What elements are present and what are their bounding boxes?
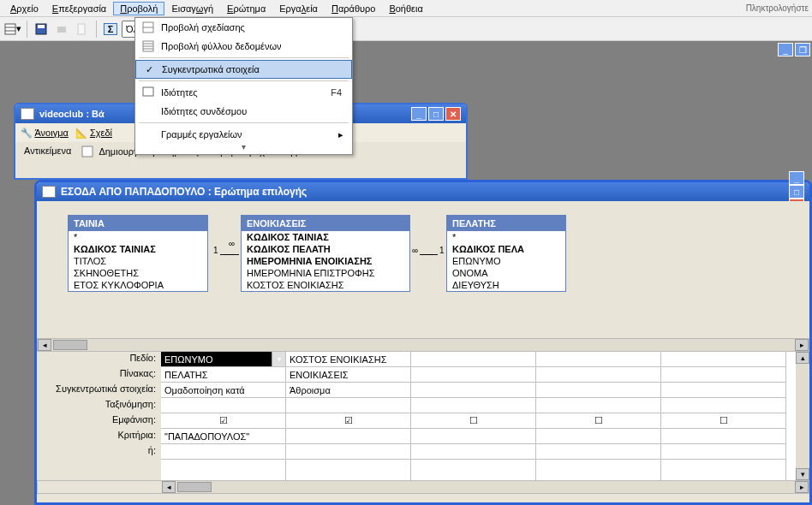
show-cell[interactable]: ☐: [536, 413, 660, 429]
table-header[interactable]: ΕΝΟΙΚΙΑΣΕΙΣ: [242, 216, 409, 231]
scroll-left-button[interactable]: ◂: [38, 339, 51, 351]
scroll-thumb[interactable]: [177, 482, 212, 492]
table-field[interactable]: ΕΤΟΣ ΚΥΚΛΟΦΟΡΙΑ: [69, 279, 207, 291]
scroll-right-button[interactable]: ▸: [795, 339, 809, 351]
help-search-hint[interactable]: Πληκτρολογήστε: [746, 3, 809, 13]
table-cell[interactable]: ΕΝΟΙΚΙΑΣΕΙΣ: [286, 367, 410, 383]
query-maximize-button[interactable]: □: [789, 185, 804, 199]
total-cell[interactable]: [536, 383, 660, 398]
field-cell[interactable]: [536, 352, 660, 367]
criteria-cell[interactable]: [286, 429, 410, 444]
db-minimize-button[interactable]: _: [411, 107, 427, 121]
view-button[interactable]: ▾: [3, 20, 22, 39]
db-design-button[interactable]: 📐 Σχεδί: [75, 128, 112, 139]
db-maximize-button[interactable]: □: [428, 107, 444, 121]
field-cell[interactable]: [411, 352, 535, 367]
criteria-cell[interactable]: [536, 429, 660, 444]
table-tainia[interactable]: ΤΑΙΝΙΑ * ΚΩΔΙΚΟΣ ΤΑΙΝΙΑΣ ΤΙΤΛΟΣ ΣΚΗΝΟΘΕΤ…: [68, 215, 208, 292]
query-titlebar[interactable]: ΕΣΟΔΑ ΑΠΟ ΠΑΠΑΔΟΠΟΥΛΟ : Ερώτημα επιλογής…: [37, 182, 809, 201]
total-cell[interactable]: [411, 383, 535, 398]
menu-design-view[interactable]: Προβολή σχεδίασης: [135, 18, 352, 37]
scroll-thumb[interactable]: [53, 340, 87, 350]
menu-file[interactable]: Αρχείο: [3, 2, 45, 15]
sort-cell[interactable]: [286, 398, 410, 413]
scroll-up-button[interactable]: ▴: [796, 352, 809, 364]
menu-help[interactable]: Βοήθεια: [382, 2, 429, 15]
show-cell[interactable]: ☑: [161, 413, 285, 429]
db-open-button[interactable]: 🔧 Άνοιγμα: [21, 128, 69, 139]
grid-hscroll[interactable]: ◂ ▸: [37, 480, 809, 494]
save-button[interactable]: [32, 20, 51, 39]
grid-vscroll[interactable]: ▴ ▾: [796, 352, 809, 480]
table-cell[interactable]: [411, 367, 535, 383]
menu-properties[interactable]: Ιδιότητες F4: [135, 83, 352, 102]
totals-button[interactable]: Σ: [101, 20, 120, 39]
table-field[interactable]: ΗΜΕΡΟΜΗΝΙΑ ΕΝΟΙΚΙΑΣΗΣ: [242, 255, 409, 267]
table-field[interactable]: ΔΙΕΥΘΥΣΗ: [447, 279, 565, 291]
table-field[interactable]: ΚΩΔΙΚΟΣ ΤΑΙΝΙΑΣ: [69, 243, 207, 255]
table-field[interactable]: *: [447, 231, 565, 243]
menu-view[interactable]: Προβολή: [113, 2, 164, 15]
menu-tools[interactable]: Εργαλεία: [272, 2, 325, 15]
menu-query[interactable]: Ερώτημα: [220, 2, 272, 15]
table-header[interactable]: ΤΑΙΝΙΑ: [69, 216, 207, 231]
or-cell[interactable]: [161, 444, 285, 460]
table-field[interactable]: ΟΝΟΜΑ: [447, 267, 565, 279]
field-cell[interactable]: [661, 352, 785, 367]
menu-totals[interactable]: ✓ Συγκεντρωτικά στοιχεία: [135, 60, 352, 79]
menu-join-properties[interactable]: Ιδιότητες συνδέσμου: [135, 102, 352, 121]
scroll-down-button[interactable]: ▾: [796, 468, 809, 480]
diagram-pane[interactable]: 1 ∞ ∞ 1 ΤΑΙΝΙΑ * ΚΩΔΙΚΟΣ ΤΑΙΝΙΑΣ ΤΙΤΛΟΣ …: [37, 201, 809, 338]
total-cell[interactable]: [661, 383, 785, 398]
table-field[interactable]: ΚΩΔΙΚΟΣ ΠΕΛΑΤΗ: [242, 243, 409, 255]
table-field[interactable]: ΤΙΤΛΟΣ: [69, 255, 207, 267]
preview-button[interactable]: [73, 20, 92, 39]
show-cell[interactable]: ☑: [286, 413, 410, 429]
table-field[interactable]: ΗΜΕΡΟΜΗΝΙΑ ΕΠΙΣΤΡΟΦΗΣ: [242, 267, 409, 279]
dropdown-arrow-icon[interactable]: ▾: [272, 352, 285, 366]
criteria-cell[interactable]: [661, 429, 785, 444]
or-cell[interactable]: [661, 444, 785, 460]
db-close-button[interactable]: ✕: [445, 107, 461, 121]
sort-cell[interactable]: [161, 398, 285, 413]
menu-expand-chevron[interactable]: ▾: [135, 144, 352, 154]
table-enoikiaseis[interactable]: ΕΝΟΙΚΙΑΣΕΙΣ ΚΩΔΙΚΟΣ ΤΑΙΝΙΑΣ ΚΩΔΙΚΟΣ ΠΕΛΑ…: [241, 215, 410, 292]
menu-window[interactable]: Παράθυρο: [325, 2, 382, 15]
diagram-hscroll[interactable]: ◂ ▸: [37, 338, 809, 352]
table-field[interactable]: ΣΚΗΝΟΘΕΤΗΣ: [69, 267, 207, 279]
table-cell[interactable]: [661, 367, 785, 383]
show-cell[interactable]: ☐: [411, 413, 535, 429]
criteria-cell[interactable]: [411, 429, 535, 444]
table-cell[interactable]: ΠΕΛΑΤΗΣ: [161, 367, 285, 383]
table-field[interactable]: ΚΩΔΙΚΟΣ ΤΑΙΝΙΑΣ: [242, 231, 409, 243]
scroll-left-button[interactable]: ◂: [162, 481, 176, 493]
menu-insert[interactable]: Εισαγωγή: [164, 2, 220, 15]
table-pelatis[interactable]: ΠΕΛΑΤΗΣ * ΚΩΔΙΚΟΣ ΠΕΛΑ ΕΠΩΝΥΜΟ ΟΝΟΜΑ ΔΙΕ…: [446, 215, 566, 292]
total-cell[interactable]: Ομαδοποίηση κατά: [161, 383, 285, 398]
table-field[interactable]: ΚΩΔΙΚΟΣ ΠΕΛΑ: [447, 243, 565, 255]
or-cell[interactable]: [411, 444, 535, 460]
mdi-minimize-button[interactable]: _: [778, 43, 793, 56]
table-header[interactable]: ΠΕΛΑΤΗΣ: [447, 216, 565, 231]
criteria-cell[interactable]: "ΠΑΠΑΔΟΠΟΥΛΟΣ": [161, 429, 285, 444]
sort-cell[interactable]: [661, 398, 785, 413]
sort-cell[interactable]: [536, 398, 660, 413]
query-minimize-button[interactable]: _: [789, 171, 804, 185]
scroll-right-button[interactable]: ▸: [795, 481, 809, 493]
field-cell[interactable]: ΕΠΩΝΥΜΟ▾: [161, 352, 285, 367]
table-field[interactable]: ΚΟΣΤΟΣ ΕΝΟΙΚΙΑΣΗΣ: [242, 279, 409, 291]
table-field[interactable]: ΕΠΩΝΥΜΟ: [447, 255, 565, 267]
sort-cell[interactable]: [411, 398, 535, 413]
print-button[interactable]: [52, 20, 71, 39]
or-cell[interactable]: [286, 444, 410, 460]
or-cell[interactable]: [536, 444, 660, 460]
mdi-restore-button[interactable]: ❐: [795, 43, 810, 56]
table-cell[interactable]: [536, 367, 660, 383]
field-cell[interactable]: ΚΟΣΤΟΣ ΕΝΟΙΚΙΑΣΗΣ: [286, 352, 410, 367]
table-field[interactable]: *: [69, 231, 207, 243]
show-cell[interactable]: ☐: [661, 413, 785, 429]
menu-datasheet-view[interactable]: Προβολή φύλλου δεδομένων: [135, 37, 352, 56]
menu-edit[interactable]: Επεξεργασία: [45, 2, 113, 15]
total-cell[interactable]: Άθροισμα: [286, 383, 410, 398]
menu-toolbars[interactable]: Γραμμές εργαλείων ▸: [135, 125, 352, 144]
